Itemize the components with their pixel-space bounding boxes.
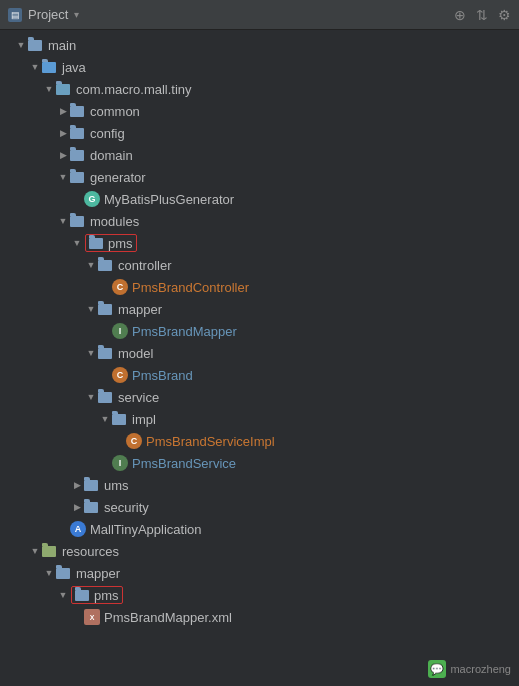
tree-item-pms-res[interactable]: pms	[0, 584, 519, 606]
arrow-main	[14, 40, 28, 50]
arrow-config	[56, 128, 70, 138]
interface-service-icon: I	[112, 455, 128, 471]
arrow-controller	[84, 260, 98, 270]
tree-item-mapper[interactable]: mapper	[0, 298, 519, 320]
label-mapper-res: mapper	[76, 566, 120, 581]
folder-pms-res-icon	[75, 589, 91, 602]
folder-security-icon	[84, 501, 100, 514]
arrow-generator	[56, 172, 70, 182]
wechat-icon: 💬	[428, 660, 446, 678]
tree-item-domain[interactable]: domain	[0, 144, 519, 166]
folder-domain-icon	[70, 149, 86, 162]
arrow-service	[84, 392, 98, 402]
tree-item-pms-service[interactable]: I PmsBrandService	[0, 452, 519, 474]
folder-pms-icon	[89, 237, 105, 250]
label-service: service	[118, 390, 159, 405]
label-config: config	[90, 126, 125, 141]
tree-item-pms-brand-mapper[interactable]: I PmsBrandMapper	[0, 320, 519, 342]
label-resources: resources	[62, 544, 119, 559]
tree-item-pms-brand-mapper-xml[interactable]: X PmsBrandMapper.xml	[0, 606, 519, 628]
folder-resources-icon	[42, 545, 58, 558]
tree-item-pms[interactable]: pms	[0, 232, 519, 254]
tree-item-security[interactable]: security	[0, 496, 519, 518]
tree-item-pms-brand[interactable]: C PmsBrand	[0, 364, 519, 386]
tree-item-pms-service-impl[interactable]: C PmsBrandServiceImpl	[0, 430, 519, 452]
tree-item-mybatis-generator[interactable]: G MyBatisPlusGenerator	[0, 188, 519, 210]
sort-icon[interactable]: ⇅	[476, 7, 488, 23]
watermark: 💬 macrozheng	[428, 660, 511, 678]
tree-item-main[interactable]: main	[0, 34, 519, 56]
project-icon: ▤	[8, 8, 22, 22]
tree-item-model[interactable]: model	[0, 342, 519, 364]
arrow-ums	[70, 480, 84, 490]
title-dropdown[interactable]: ▾	[74, 9, 79, 20]
pms-highlight-box: pms	[85, 234, 137, 252]
tree-item-generator[interactable]: generator	[0, 166, 519, 188]
title-label: Project	[28, 7, 68, 22]
globe-icon[interactable]: ⊕	[454, 7, 466, 23]
arrow-pms	[70, 238, 84, 248]
settings-icon[interactable]: ⚙	[498, 7, 511, 23]
label-modules: modules	[90, 214, 139, 229]
watermark-text: macrozheng	[450, 663, 511, 675]
app-class-icon: A	[70, 521, 86, 537]
label-main: main	[48, 38, 76, 53]
arrow-com	[42, 84, 56, 94]
folder-impl-icon	[112, 413, 128, 426]
label-impl: impl	[132, 412, 156, 427]
tree-item-java[interactable]: java	[0, 56, 519, 78]
tree-item-service[interactable]: service	[0, 386, 519, 408]
tree-item-modules[interactable]: modules	[0, 210, 519, 232]
mybatis-class-icon: G	[84, 191, 100, 207]
arrow-security	[70, 502, 84, 512]
arrow-mapper-res	[42, 568, 56, 578]
label-pms: pms	[108, 236, 133, 251]
title-bar: ▤ Project ▾ ⊕ ⇅ ⚙	[0, 0, 519, 30]
folder-config-icon	[70, 127, 86, 140]
folder-controller-icon	[98, 259, 114, 272]
label-controller: controller	[118, 258, 171, 273]
tree-item-pms-brand-controller[interactable]: C PmsBrandController	[0, 276, 519, 298]
class-brand-icon: C	[112, 367, 128, 383]
tree-item-controller[interactable]: controller	[0, 254, 519, 276]
folder-ums-icon	[84, 479, 100, 492]
tree-item-ums[interactable]: ums	[0, 474, 519, 496]
label-model: model	[118, 346, 153, 361]
class-service-impl-icon: C	[126, 433, 142, 449]
folder-common-icon	[70, 105, 86, 118]
label-common: common	[90, 104, 140, 119]
arrow-common	[56, 106, 70, 116]
tree-item-impl[interactable]: impl	[0, 408, 519, 430]
label-mall-app: MallTinyApplication	[90, 522, 202, 537]
tree-item-config[interactable]: config	[0, 122, 519, 144]
label-pms-brand: PmsBrand	[132, 368, 193, 383]
arrow-pms-res	[56, 590, 70, 600]
tree-item-resources[interactable]: resources	[0, 540, 519, 562]
label-pms-brand-controller: PmsBrandController	[132, 280, 249, 295]
arrow-model	[84, 348, 98, 358]
folder-com-icon	[56, 83, 72, 96]
label-pms-res: pms	[94, 588, 119, 603]
arrow-resources	[28, 546, 42, 556]
folder-service-icon	[98, 391, 114, 404]
folder-java-icon	[42, 61, 58, 74]
class-controller-icon: C	[112, 279, 128, 295]
tree-item-com-package[interactable]: com.macro.mall.tiny	[0, 78, 519, 100]
tree-item-mapper-res[interactable]: mapper	[0, 562, 519, 584]
label-ums: ums	[104, 478, 129, 493]
arrow-domain	[56, 150, 70, 160]
label-pms-brand-mapper: PmsBrandMapper	[132, 324, 237, 339]
label-mybatis-generator: MyBatisPlusGenerator	[104, 192, 234, 207]
folder-mapper-icon	[98, 303, 114, 316]
tree-item-mall-app[interactable]: A MallTinyApplication	[0, 518, 519, 540]
arrow-java	[28, 62, 42, 72]
folder-mapper-res-icon	[56, 567, 72, 580]
xml-file-icon: X	[84, 609, 100, 625]
label-security: security	[104, 500, 149, 515]
project-tree: main java com.macro.mall.tiny common con…	[0, 30, 519, 686]
label-domain: domain	[90, 148, 133, 163]
title-bar-right: ⊕ ⇅ ⚙	[454, 7, 511, 23]
label-java: java	[62, 60, 86, 75]
tree-item-common[interactable]: common	[0, 100, 519, 122]
label-pms-brand-mapper-xml: PmsBrandMapper.xml	[104, 610, 232, 625]
